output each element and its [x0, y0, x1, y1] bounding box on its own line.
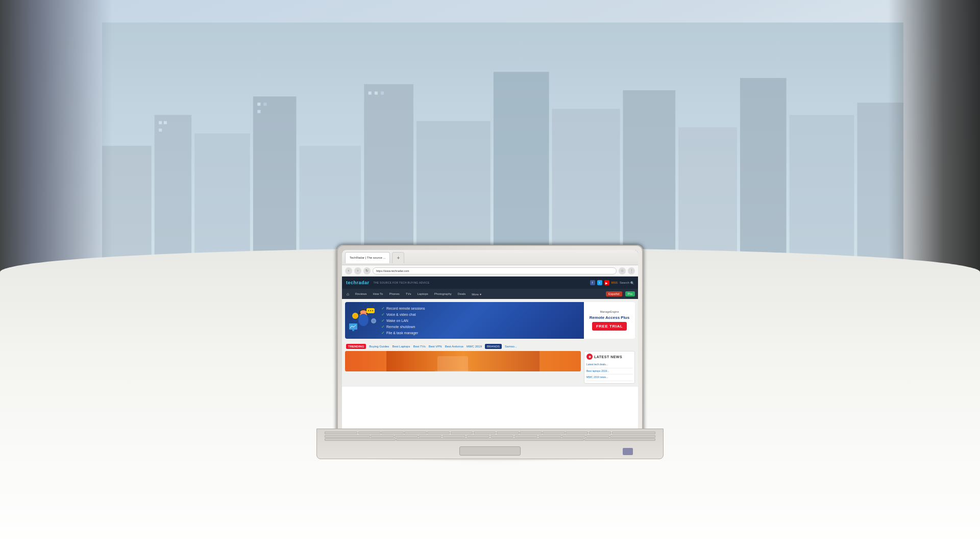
laptop-keyboard: [316, 429, 664, 459]
svg-rect-41: [435, 370, 471, 371]
site-logo: techradar: [346, 280, 370, 285]
ad-brand: ManageEngine: [600, 310, 619, 313]
svg-rect-40: [437, 356, 468, 371]
star-icon: ★: [586, 354, 593, 360]
svg-rect-15: [159, 121, 162, 124]
svg-rect-19: [263, 103, 266, 106]
facebook-icon[interactable]: f: [590, 280, 595, 285]
svg-point-32: [368, 310, 369, 311]
feature-voice: ✓ Voice & video chat: [381, 312, 425, 317]
search-icon: 🔍: [630, 281, 634, 285]
laptop-body: TechRadar | The source ... + ‹ › ↻ https…: [316, 245, 664, 459]
svg-rect-20: [257, 110, 260, 113]
search-label: Search: [620, 281, 629, 284]
site-tagline: THE SOURCE FOR TECH BUYING ADVICE: [374, 281, 430, 284]
ad-product: Remote Access Plus: [590, 315, 629, 320]
main-content: ✓ Record remote sessions ✓ Voice & video…: [342, 299, 638, 387]
browser-chrome: TechRadar | The source ... +: [342, 250, 638, 265]
feature-file: ✓ File & task manager: [381, 331, 425, 335]
feature-text-3: Wake on LAN: [386, 319, 408, 322]
feature-wake: ✓ Wake on LAN: [381, 318, 425, 323]
fingerprint-reader: [623, 448, 633, 455]
trending-label: TRENDING: [346, 344, 366, 349]
browser-nav-bar: ‹ › ↻ https://www.techradar.com ☆ ⋮: [342, 265, 638, 277]
nav-more[interactable]: More ▾: [470, 291, 482, 297]
svg-point-33: [370, 310, 371, 311]
feature-text-2: Voice & video chat: [386, 313, 416, 316]
forward-button[interactable]: ›: [354, 267, 361, 274]
trending-samsung[interactable]: Samso...: [505, 345, 517, 348]
header-right: f t ▶ RSS Search 🔍: [590, 280, 634, 285]
svg-rect-23: [381, 91, 384, 94]
browser-screen: TechRadar | The source ... + ‹ › ↻ https…: [342, 250, 638, 441]
check-icon-2: ✓: [381, 312, 385, 317]
trending-buying-guides[interactable]: Buying Guides: [369, 345, 389, 348]
svg-point-28: [358, 312, 361, 315]
nav-phones[interactable]: Phones: [387, 291, 401, 296]
feature-text-1: Record remote sessions: [386, 307, 425, 310]
svg-rect-16: [164, 121, 167, 124]
browser-tab-new[interactable]: +: [392, 252, 404, 263]
nav-pro[interactable]: Pro: [625, 291, 635, 296]
back-button[interactable]: ‹: [345, 267, 352, 274]
feature-shutdown: ✓ Remote shutdown: [381, 324, 425, 329]
bookmark-button[interactable]: ☆: [619, 267, 626, 274]
search-area[interactable]: Search 🔍: [620, 281, 634, 285]
trending-best-vpn[interactable]: Best VPN: [429, 345, 442, 348]
youtube-icon[interactable]: ▶: [604, 280, 609, 285]
nav-photography[interactable]: Photography: [433, 291, 453, 296]
nav-reviews[interactable]: Reviews: [354, 291, 369, 296]
check-icon-4: ✓: [381, 324, 385, 329]
rss-link[interactable]: RSS: [611, 281, 618, 284]
trending-best-laptops[interactable]: Best Laptops: [392, 345, 410, 348]
svg-rect-25: [354, 314, 357, 318]
laptop-screen-bezel: TechRadar | The source ... + ‹ › ↻ https…: [342, 250, 638, 441]
nav-laptops[interactable]: Laptops: [415, 291, 429, 296]
settings-button[interactable]: ⋮: [628, 267, 635, 274]
site-header: techradar THE SOURCE FOR TECH BUYING ADV…: [342, 277, 638, 289]
check-icon-5: ✓: [381, 331, 385, 335]
ad-left-section[interactable]: ✓ Record remote sessions ✓ Voice & video…: [345, 302, 584, 339]
svg-rect-22: [375, 91, 378, 94]
touchpad[interactable]: [459, 446, 521, 456]
trending-mwc[interactable]: MWC 2019: [467, 345, 482, 348]
svg-point-27: [358, 314, 369, 326]
laptop-screen-lid: TechRadar | The source ... + ‹ › ↻ https…: [337, 245, 643, 446]
free-trial-button[interactable]: FREE TRIAL: [592, 322, 627, 331]
svg-rect-18: [257, 103, 260, 106]
svg-point-38: [373, 320, 375, 322]
main-article: [345, 351, 581, 384]
article-banner[interactable]: [345, 351, 581, 371]
nav-tvs[interactable]: TVs: [404, 291, 413, 296]
trending-bar: TRENDING Buying Guides Best Laptops Best…: [345, 342, 635, 351]
latest-news-title: LATEST NEWS: [594, 355, 622, 359]
brands-label: BRANDS: [485, 344, 502, 349]
nav-home[interactable]: ⌂: [345, 291, 351, 297]
feature-text-4: Remote shutdown: [386, 325, 415, 329]
news-item-3[interactable]: MWC 2019 news...: [586, 374, 632, 381]
nav-espanol[interactable]: Español: [606, 291, 622, 296]
ad-right-section[interactable]: ManageEngine Remote Access Plus FREE TRI…: [584, 302, 635, 339]
news-item-1[interactable]: Latest tech deals...: [586, 362, 632, 368]
content-row: ★ LATEST NEWS Latest tech deals... Best …: [345, 351, 635, 384]
url-bar[interactable]: https://www.techradar.com: [373, 267, 617, 274]
nav-howto[interactable]: How To: [372, 291, 385, 296]
laptop: TechRadar | The source ... + ‹ › ↻ https…: [316, 245, 664, 459]
nav-deals[interactable]: Deals: [456, 291, 467, 296]
browser-tab-active[interactable]: TechRadar | The source ...: [345, 252, 390, 263]
ad-features: ✓ Record remote sessions ✓ Voice & video…: [381, 306, 425, 335]
svg-rect-21: [369, 91, 372, 94]
feature-text-5: File & task manager: [386, 331, 418, 335]
refresh-button[interactable]: ↻: [363, 267, 371, 274]
latest-news-header: ★ LATEST NEWS: [586, 354, 632, 360]
sidebar-news: ★ LATEST NEWS Latest tech deals... Best …: [584, 351, 635, 384]
trending-best-antivirus[interactable]: Best Antivirus: [445, 345, 463, 348]
ad-banner: ✓ Record remote sessions ✓ Voice & video…: [345, 302, 635, 339]
news-item-2[interactable]: Best laptops 2019...: [586, 368, 632, 375]
svg-point-34: [372, 310, 373, 311]
trending-best-tvs[interactable]: Best TVs: [413, 345, 425, 348]
svg-rect-17: [159, 129, 162, 132]
check-icon-3: ✓: [381, 318, 385, 323]
twitter-icon[interactable]: t: [597, 280, 602, 285]
main-navigation: ⌂ Reviews How To Phones TVs Laptops Phot…: [342, 289, 638, 299]
